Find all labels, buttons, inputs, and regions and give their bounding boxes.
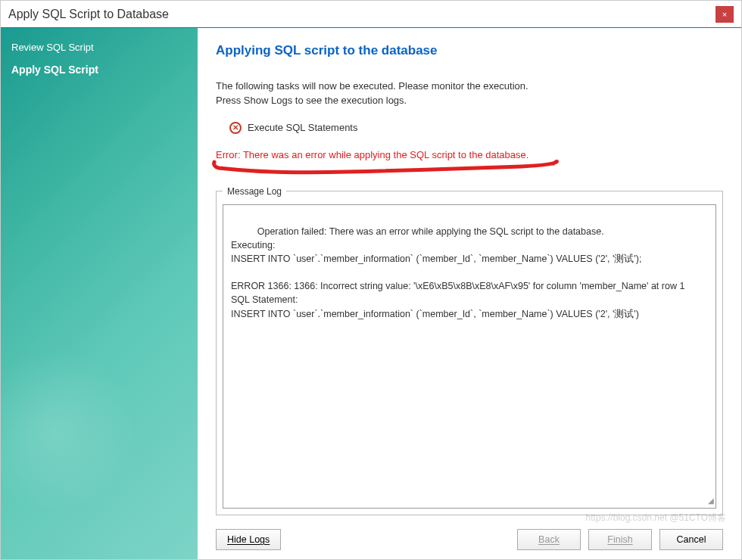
- main-panel: Applying SQL script to the database The …: [198, 28, 741, 559]
- hide-logs-button[interactable]: Hide Logs: [216, 529, 281, 550]
- close-button[interactable]: ×: [716, 6, 734, 23]
- dialog-body: Review SQL Script Apply SQL Script Apply…: [1, 28, 741, 559]
- wizard-sidebar: Review SQL Script Apply SQL Script: [1, 28, 198, 559]
- task-label: Execute SQL Statements: [248, 122, 357, 133]
- finish-button: Finish: [588, 529, 652, 550]
- back-button: Back: [517, 529, 581, 550]
- titlebar: Apply SQL Script to Database ×: [1, 1, 741, 28]
- button-row: Hide Logs Back Finish Cancel: [216, 529, 723, 550]
- intro-line-1: The following tasks will now be executed…: [216, 79, 723, 94]
- cross-icon: ✕: [232, 124, 238, 132]
- page-heading: Applying SQL script to the database: [216, 43, 723, 58]
- message-log-fieldset: Message Log Operation failed: There was …: [216, 186, 723, 515]
- message-log-content: Operation failed: There was an error whi…: [231, 226, 684, 319]
- task-row: ✕ Execute SQL Statements: [229, 122, 723, 134]
- intro-text: The following tasks will now be executed…: [216, 79, 723, 108]
- sidebar-step-review[interactable]: Review SQL Script: [11, 42, 187, 53]
- error-status-icon: ✕: [229, 122, 242, 134]
- dialog-window: Apply SQL Script to Database × Review SQ…: [0, 0, 742, 560]
- message-log-legend: Message Log: [223, 186, 286, 197]
- window-title: Apply SQL Script to Database: [8, 8, 716, 21]
- sidebar-step-apply[interactable]: Apply SQL Script: [11, 64, 187, 76]
- cancel-button[interactable]: Cancel: [659, 529, 723, 550]
- intro-line-2: Press Show Logs to see the execution log…: [216, 94, 723, 108]
- hand-drawn-underline: [216, 163, 723, 180]
- resize-grip-icon: ◢: [708, 496, 714, 507]
- close-icon: ×: [722, 10, 727, 19]
- message-log-textarea[interactable]: Operation failed: There was an error whi…: [223, 204, 716, 509]
